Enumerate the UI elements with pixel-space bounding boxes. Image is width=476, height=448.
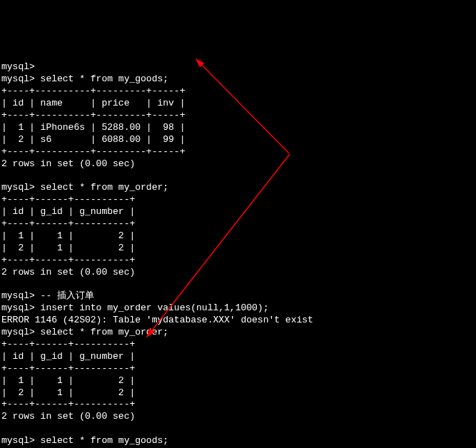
table-row: | 2 | 1 | 2 | [1, 387, 135, 398]
table-border: +----+----------+---------+-----+ [1, 110, 185, 121]
query-line: mysql> select * from my_order; [1, 327, 168, 337]
table-row: | 2 | 1 | 2 | [1, 243, 135, 253]
result-summary: 2 rows in set (0.00 sec) [1, 267, 135, 278]
table-border: +----+------+----------+ [1, 218, 135, 229]
query-line: mysql> select * from my_goods; [1, 73, 168, 84]
table-border: +----+------+----------+ [1, 255, 135, 265]
insert-query-line: mysql> insert into my_order values(null,… [1, 302, 268, 313]
table-row: | 1 | iPhone6s | 5288.00 | 98 | [1, 122, 185, 133]
table-border: +----+------+----------+ [1, 194, 135, 205]
table-header: | id | name | price | inv | [1, 98, 185, 108]
table-border: +----+----------+---------+-----+ [1, 86, 185, 96]
query-line: mysql> select * from my_goods; [1, 435, 168, 446]
table-header: | id | g_id | g_number | [1, 351, 135, 362]
terminal-output: mysql> mysql> select * from my_goods; +-… [1, 50, 475, 448]
table-header: | id | g_id | g_number | [1, 206, 135, 217]
error-line: ERROR 1146 (42S02): Table 'mydatabase.XX… [1, 315, 313, 325]
result-summary: 2 rows in set (0.00 sec) [1, 411, 135, 422]
table-row: | 2 | s6 | 6088.00 | 99 | [1, 134, 185, 145]
table-border: +----+------+----------+ [1, 363, 135, 374]
prompt-line: mysql> [1, 61, 35, 72]
table-border: +----+------+----------+ [1, 399, 135, 409]
table-row: | 1 | 1 | 2 | [1, 375, 135, 386]
comment-line: mysql> -- 插入订单 [1, 290, 94, 301]
table-border: +----+------+----------+ [1, 339, 135, 350]
result-summary: 2 rows in set (0.00 sec) [1, 158, 135, 169]
table-row: | 1 | 1 | 2 | [1, 230, 135, 241]
query-line: mysql> select * from my_order; [1, 182, 168, 193]
table-border: +----+----------+---------+-----+ [1, 146, 185, 157]
